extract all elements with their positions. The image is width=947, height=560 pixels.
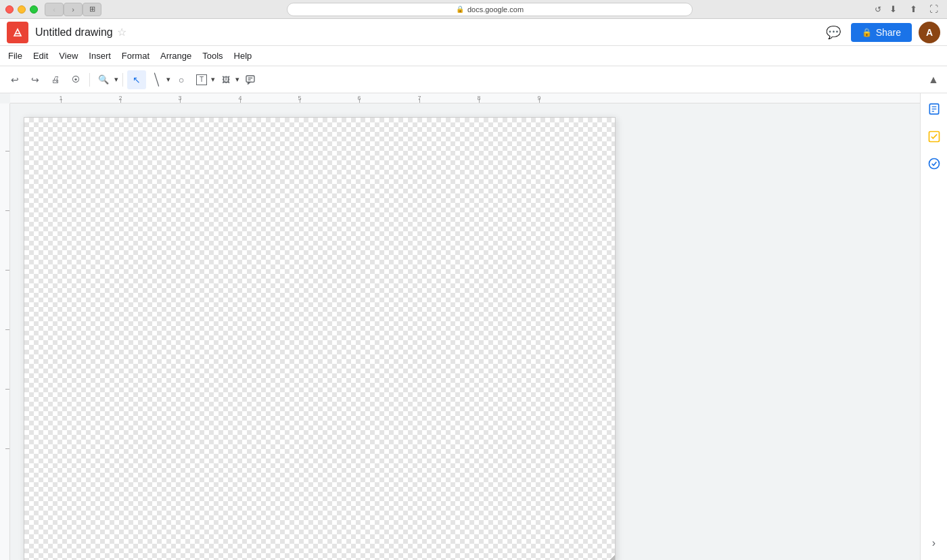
menu-insert[interactable]: Insert — [83, 48, 116, 64]
comments-button[interactable]: 💬 — [823, 22, 844, 43]
redo-button[interactable]: ↪ — [26, 70, 45, 89]
share-icon: 🔒 — [862, 28, 872, 37]
reload-button[interactable]: ↺ — [871, 3, 885, 16]
titlebar: ‹ › ⊞ 🔒 docs.google.com ↺ ⬇ ⬆ ⛶ — [0, 0, 947, 19]
zoom-group: 🔍 ▾ — [94, 70, 118, 89]
maximize-button[interactable] — [30, 5, 38, 14]
url-bar[interactable]: 🔒 docs.google.com — [287, 3, 693, 16]
separator-1 — [89, 73, 90, 87]
download-button[interactable]: ⬇ — [885, 3, 901, 16]
url-text: docs.google.com — [467, 5, 524, 14]
canvas-paper — [24, 117, 616, 560]
line-button[interactable]: ╱ — [147, 70, 166, 89]
print-button[interactable]: 🖨 — [46, 70, 65, 89]
shape-icon: ○ — [179, 74, 184, 85]
textbox-group: T ▾ — [192, 70, 215, 89]
textbox-icon: T — [196, 74, 207, 85]
ruler-top: 1 2 3 4 5 6 7 8 9 — [10, 93, 920, 103]
separator-2 — [122, 73, 123, 87]
menu-bar: File Edit View Insert Format Arrange Too… — [0, 46, 947, 66]
line-icon: ╱ — [150, 72, 164, 87]
image-icon: 🖼 — [222, 75, 230, 85]
image-button[interactable]: 🖼 — [216, 70, 235, 89]
share-window-icon: ⬆ — [910, 4, 917, 14]
comment-icon: 💬 — [826, 25, 841, 40]
line-dropdown[interactable]: ▾ — [166, 75, 170, 84]
forward-button[interactable]: › — [64, 3, 83, 16]
image-dropdown[interactable]: ▾ — [235, 75, 239, 84]
avatar[interactable]: A — [919, 22, 940, 43]
close-button[interactable] — [5, 5, 14, 14]
zoom-icon: 🔍 — [98, 74, 109, 85]
share-button[interactable]: 🔒 Share — [851, 23, 912, 42]
sidebar-tasks-button[interactable] — [923, 126, 945, 147]
browser-actions: ⬇ ⬆ ⛶ — [885, 3, 942, 16]
app-logo — [7, 22, 28, 43]
download-icon: ⬇ — [890, 4, 897, 14]
shape-button[interactable]: ○ — [172, 70, 191, 89]
minimize-button[interactable] — [18, 5, 26, 14]
header-actions: 💬 🔒 Share A — [823, 22, 940, 43]
textbox-dropdown[interactable]: ▾ — [211, 75, 215, 84]
star-icon[interactable]: ☆ — [117, 26, 126, 39]
menu-help[interactable]: Help — [229, 48, 258, 64]
traffic-lights — [5, 5, 38, 14]
canvas-container[interactable]: 1 2 3 4 5 6 7 8 9 — [0, 93, 920, 560]
toolbar: ↩ ↪ 🖨 ⦿ 🔍 ▾ ↖ ╱ ▾ ○ T ▾ — [0, 66, 947, 93]
image-group: 🖼 ▾ — [216, 70, 239, 89]
canvas-resize-handle[interactable] — [607, 555, 615, 560]
menu-file[interactable]: File — [3, 48, 28, 64]
undo-button[interactable]: ↩ — [5, 70, 24, 89]
zoom-dropdown[interactable]: ▾ — [114, 75, 118, 84]
menu-arrange[interactable]: Arrange — [155, 48, 197, 64]
sidebar-active-button[interactable] — [923, 153, 945, 174]
undo-icon: ↩ — [11, 74, 19, 85]
lock-icon: 🔒 — [456, 5, 464, 13]
drawing-area[interactable] — [10, 103, 920, 560]
share-window-button[interactable]: ⬆ — [905, 3, 921, 16]
print-icon: 🖨 — [51, 74, 60, 85]
comment-tool-icon — [245, 74, 256, 85]
menu-view[interactable]: View — [53, 48, 83, 64]
window-icon: ⊞ — [89, 5, 95, 14]
sidebar-expand-button[interactable]: › — [932, 537, 936, 555]
main-layout: 1 2 3 4 5 6 7 8 9 — [0, 93, 947, 560]
menu-edit[interactable]: Edit — [28, 48, 53, 64]
svg-rect-3 — [246, 76, 254, 82]
svg-marker-6 — [248, 82, 250, 84]
svg-point-12 — [929, 159, 939, 169]
comment-tool-button[interactable] — [241, 70, 260, 89]
sidebar-keep-button[interactable] — [923, 99, 945, 120]
keep-icon — [927, 103, 941, 116]
redo-icon: ↪ — [31, 74, 39, 85]
fullscreen-button[interactable]: ⛶ — [925, 3, 942, 16]
menu-format[interactable]: Format — [116, 48, 155, 64]
app-header: Untitled drawing ☆ 💬 🔒 Share A — [0, 19, 947, 46]
active-icon — [927, 157, 941, 170]
tasks-icon — [927, 130, 941, 143]
line-group: ╱ ▾ — [147, 70, 170, 89]
reload-icon: ↺ — [875, 5, 881, 14]
collapse-icon: ▲ — [928, 74, 939, 86]
select-button[interactable]: ↖ — [127, 70, 146, 89]
sidebar-expand-icon: › — [932, 537, 936, 549]
paint-format-icon: ⦿ — [72, 75, 80, 85]
zoom-button[interactable]: 🔍 — [94, 70, 113, 89]
ruler-left — [0, 103, 10, 560]
textbox-button[interactable]: T — [192, 70, 211, 89]
right-sidebar: › — [920, 93, 947, 560]
collapse-button[interactable]: ▲ — [925, 72, 942, 88]
menu-tools[interactable]: Tools — [197, 48, 228, 64]
paint-format-button[interactable]: ⦿ — [66, 70, 85, 89]
doc-title[interactable]: Untitled drawing — [35, 26, 113, 39]
select-icon: ↖ — [133, 74, 141, 85]
window-button[interactable]: ⊞ — [83, 3, 101, 16]
back-button[interactable]: ‹ — [45, 3, 64, 16]
fullscreen-icon: ⛶ — [929, 4, 938, 14]
